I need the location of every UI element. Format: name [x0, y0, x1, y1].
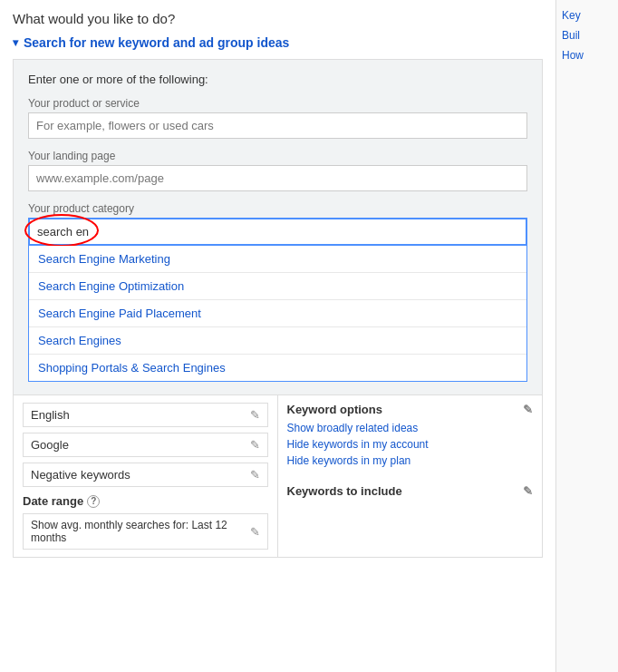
form-section: Enter one or more of the following: Your… [13, 59, 543, 395]
negative-keywords-edit-icon[interactable]: ✎ [250, 468, 260, 482]
landing-page-input[interactable] [28, 165, 527, 191]
right-panel-item-1[interactable]: Buil [562, 29, 613, 42]
date-range-label-text: Date range [23, 494, 83, 508]
engine-row[interactable]: Google ✎ [23, 433, 268, 457]
landing-page-field-label: Your landing page [28, 150, 527, 162]
dropdown-item-4[interactable]: Shopping Portals & Search Engines [29, 355, 526, 381]
engine-value: Google [31, 438, 69, 452]
bottom-grid: English ✎ Google ✎ Negative keywords ✎ D… [13, 395, 543, 558]
dropdown-item-1[interactable]: Search Engine Optimization [29, 273, 526, 300]
language-edit-icon[interactable]: ✎ [250, 408, 260, 422]
category-field-label: Your product category [28, 202, 527, 215]
date-range-help-icon[interactable]: ? [87, 495, 100, 508]
main-content: What would you like to do? ▾ Search for … [0, 0, 556, 672]
product-field-label: Your product or service [28, 97, 527, 110]
keyword-options-edit-icon[interactable]: ✎ [523, 403, 533, 416]
date-range-section: Date range ? Show avg. monthly searches … [23, 494, 268, 550]
engine-edit-icon[interactable]: ✎ [250, 438, 260, 452]
language-value: English [31, 408, 70, 422]
dropdown-item-3[interactable]: Search Engines [29, 327, 526, 355]
keywords-to-include-edit-icon[interactable]: ✎ [523, 484, 533, 498]
right-panel-item-0[interactable]: Key [562, 9, 613, 22]
right-panel: Key Buil How [556, 0, 618, 672]
negative-keywords-row[interactable]: Negative keywords ✎ [23, 463, 268, 487]
date-range-value-text: Show avg. monthly searches for: Last 12 … [31, 519, 250, 544]
date-range-value[interactable]: Show avg. monthly searches for: Last 12 … [23, 513, 268, 550]
form-intro-text: Enter one or more of the following: [28, 73, 527, 86]
product-input[interactable] [28, 112, 527, 139]
page-title: What would you like to do? [13, 11, 543, 26]
dropdown-item-0[interactable]: Search Engine Marketing [29, 246, 526, 273]
section-expand-header[interactable]: ▾ Search for new keyword and ad group id… [13, 35, 543, 50]
date-range-edit-icon[interactable]: ✎ [250, 525, 260, 539]
page-wrapper: What would you like to do? ▾ Search for … [0, 0, 618, 672]
language-row[interactable]: English ✎ [23, 403, 268, 427]
keywords-to-include-title-row: Keywords to include ✎ [287, 484, 534, 498]
negative-keywords-label: Negative keywords [31, 468, 130, 482]
category-input-wrapper [28, 218, 527, 246]
keyword-options-title-row: Keyword options ✎ [287, 403, 534, 416]
keywords-to-include-label: Keywords to include [287, 484, 402, 498]
keyword-option-2[interactable]: Hide keywords in my plan [287, 454, 534, 467]
category-input[interactable] [28, 218, 527, 246]
section-header-label: Search for new keyword and ad group idea… [24, 35, 289, 50]
date-range-label: Date range ? [23, 494, 268, 508]
keyword-options-title-text: Keyword options [287, 403, 382, 416]
section-arrow-icon: ▾ [13, 36, 18, 49]
dropdown-item-2[interactable]: Search Engine Paid Placement [29, 300, 526, 327]
right-panel-item-2[interactable]: How [562, 49, 613, 62]
keyword-option-0[interactable]: Show broadly related ideas [287, 422, 534, 434]
bottom-right-panel: Keyword options ✎ Show broadly related i… [278, 395, 543, 557]
autocomplete-dropdown: Search Engine Marketing Search Engine Op… [28, 246, 527, 382]
bottom-left-panel: English ✎ Google ✎ Negative keywords ✎ D… [14, 395, 278, 557]
keyword-option-1[interactable]: Hide keywords in my account [287, 438, 534, 451]
